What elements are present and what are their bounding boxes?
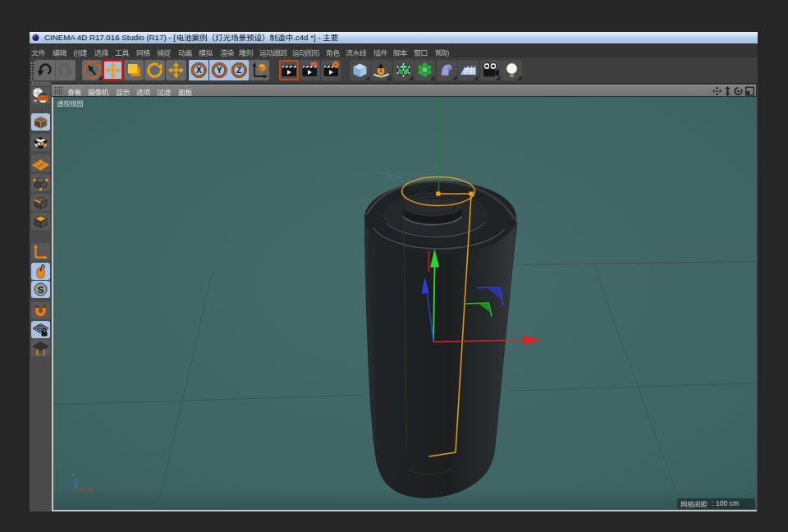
svg-text:X: X (196, 65, 202, 75)
svg-text:Z: Z (236, 65, 242, 75)
svg-text:Y: Y (216, 65, 222, 75)
svg-text:.c4d *] -: .c4d *] - (293, 33, 320, 42)
svg-text:X: X (88, 487, 92, 493)
svg-text:Z: Z (71, 479, 74, 484)
svg-text:CINEMA 4D R17.016 Studio (R17): CINEMA 4D R17.016 Studio (R17) - [ (44, 33, 176, 42)
svg-text:S: S (37, 285, 44, 295)
